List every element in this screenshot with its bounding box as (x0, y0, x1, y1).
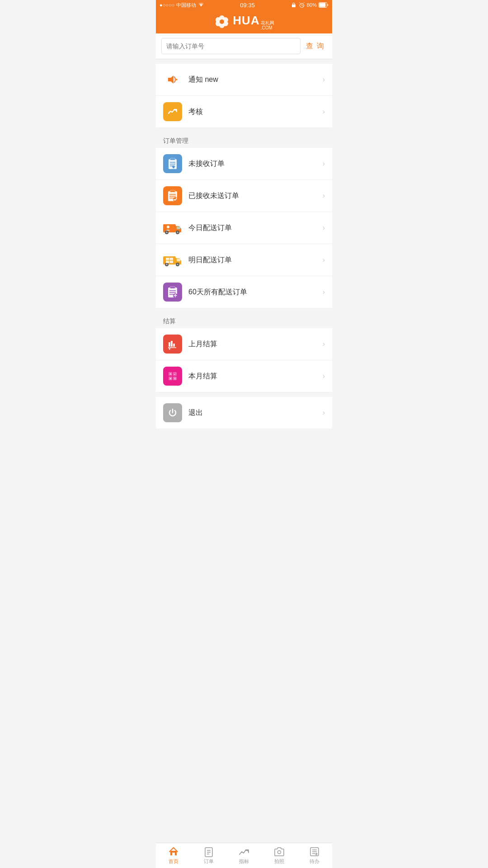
svg-rect-45 (170, 287, 175, 288)
menu-item-unreceived[interactable]: 未接收订单 › (156, 148, 332, 180)
this-month-icon-wrap: + - × = (163, 367, 182, 386)
assessment-label: 考核 (188, 107, 323, 117)
today-delivery-icon-wrap (163, 218, 182, 237)
svg-point-31 (166, 231, 168, 233)
alarm-icon (299, 2, 305, 8)
battery-icon (319, 2, 328, 8)
svg-marker-13 (168, 75, 174, 84)
received-unsent-arrow: › (323, 192, 325, 200)
tomorrow-delivery-icon (163, 253, 182, 267)
svg-rect-29 (177, 226, 180, 229)
svg-rect-17 (170, 158, 175, 160)
menu-item-assessment[interactable]: 考核 › (156, 96, 332, 128)
logout-icon-wrap (163, 403, 182, 422)
last-month-icon-wrap: ¥ (163, 335, 182, 354)
logo-dotcom: .COM (261, 25, 274, 30)
svg-text:+: + (169, 372, 172, 376)
unreceived-icon-wrap (163, 154, 182, 173)
logout-label: 退出 (188, 408, 323, 418)
today-delivery-icon (163, 221, 182, 235)
bottom-gap (156, 429, 332, 434)
svg-text:-: - (174, 372, 175, 376)
notification-label: 通知 new (188, 75, 323, 85)
logout-icon (166, 406, 179, 419)
carrier: 中国移动 (176, 2, 196, 9)
menu-item-tomorrow-delivery[interactable]: 明日配送订单 › (156, 244, 332, 276)
logo-flower-icon (214, 14, 230, 30)
notification-arrow: › (323, 75, 325, 84)
svg-rect-0 (292, 5, 296, 7)
unreceived-arrow: › (323, 160, 325, 168)
menu-item-last-month[interactable]: ¥ 上月结算 › (156, 328, 332, 360)
status-right: 80% (291, 2, 328, 8)
tomorrow-delivery-icon-wrap (163, 250, 182, 269)
section-gap-3 (156, 392, 332, 397)
top-gap (156, 59, 332, 64)
battery-percent: 80% (307, 2, 317, 8)
last-month-icon: ¥ (166, 338, 179, 350)
notification-icon (165, 72, 180, 87)
menu-item-notification[interactable]: 通知 new › (156, 64, 332, 96)
received-unsent-label: 已接收未送订单 (188, 191, 323, 201)
tomorrow-delivery-label: 明日配送订单 (188, 255, 323, 265)
app-header: HUA 花礼网 .COM (156, 10, 332, 33)
section-settlement-header: 结算 (156, 313, 332, 328)
tomorrow-delivery-arrow: › (323, 256, 325, 264)
unreceived-label: 未接收订单 (188, 159, 323, 169)
svg-point-33 (177, 231, 178, 233)
logo-hualiwang: 花礼网 (261, 20, 274, 25)
this-month-icon: + - × = (166, 370, 179, 382)
logo: HUA 花礼网 .COM (214, 14, 274, 30)
lock-icon (291, 2, 297, 8)
60days-arrow: › (323, 288, 325, 296)
this-month-arrow: › (323, 372, 325, 380)
svg-point-40 (177, 264, 178, 265)
svg-rect-5 (319, 3, 326, 7)
menu-item-60days[interactable]: 60天所有配送订单 › (156, 276, 332, 308)
menu-item-received-unsent[interactable]: 已接收未送订单 › (156, 180, 332, 212)
svg-text:×: × (169, 377, 172, 381)
status-bar: ●○○○○ 中国移动 09:35 80% (156, 0, 332, 10)
svg-rect-23 (170, 190, 175, 192)
unreceived-icon (166, 157, 179, 170)
menu-item-today-delivery[interactable]: 今日配送订单 › (156, 212, 332, 244)
logout-arrow: › (323, 409, 325, 417)
today-delivery-arrow: › (323, 224, 325, 232)
section-gap-2 (156, 308, 332, 313)
received-unsent-icon (166, 189, 179, 202)
60days-icon (166, 286, 179, 298)
status-time: 09:35 (240, 2, 255, 9)
last-month-label: 上月结算 (188, 340, 323, 349)
svg-rect-54 (173, 344, 175, 347)
svg-rect-53 (171, 341, 173, 347)
svg-point-12 (220, 19, 224, 24)
svg-text:¥: ¥ (169, 347, 171, 350)
menu-item-logout[interactable]: 退出 › (156, 397, 332, 429)
svg-point-38 (166, 264, 168, 265)
section-gap-1 (156, 128, 332, 132)
logo-text-area: HUA 花礼网 .COM (233, 14, 274, 30)
section-order-management-header: 订单管理 (156, 132, 332, 148)
content-area: 通知 new › 考核 › 订单管理 (156, 59, 332, 459)
search-bar: 查 询 (156, 33, 332, 59)
assessment-icon (166, 105, 179, 118)
60days-label: 60天所有配送订单 (188, 288, 323, 297)
notification-icon-wrap (163, 70, 182, 89)
assessment-icon-wrap (163, 102, 182, 121)
logo-hua: HUA (233, 14, 259, 28)
assessment-arrow: › (323, 108, 325, 116)
order-search-input[interactable] (161, 38, 300, 54)
status-left: ●○○○○ 中国移动 (160, 2, 204, 9)
svg-rect-36 (177, 259, 180, 261)
svg-text:=: = (174, 377, 176, 381)
received-unsent-icon-wrap (163, 186, 182, 205)
svg-rect-28 (163, 224, 176, 232)
menu-item-this-month[interactable]: + - × = 本月结算 › (156, 360, 332, 392)
60days-icon-wrap (163, 283, 182, 302)
today-delivery-label: 今日配送订单 (188, 223, 323, 233)
search-button[interactable]: 查 询 (304, 42, 327, 51)
svg-rect-52 (169, 342, 170, 347)
svg-point-14 (176, 79, 178, 80)
wifi-icon (198, 3, 204, 7)
signal-dots: ●○○○○ (160, 2, 174, 8)
